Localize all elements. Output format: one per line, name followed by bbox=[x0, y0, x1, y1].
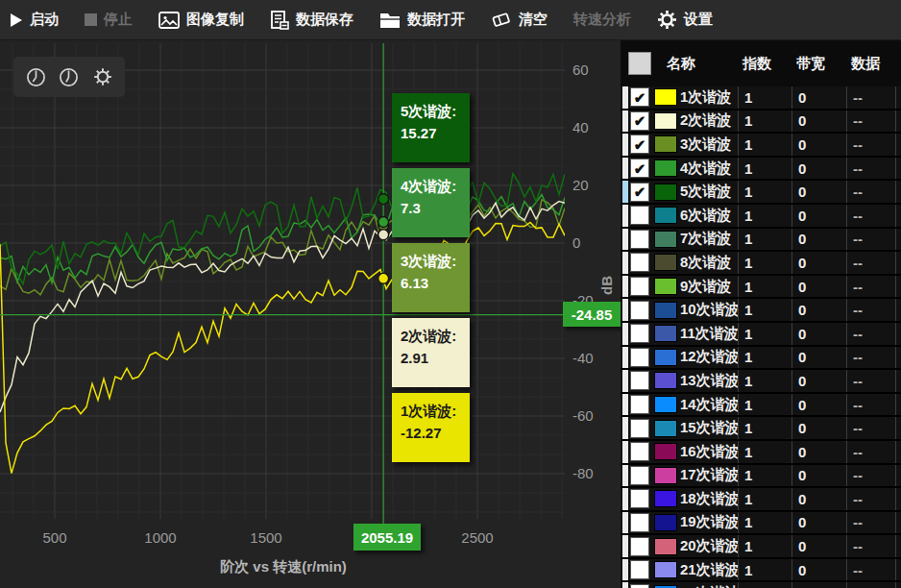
table-row[interactable]: 7次谐波 1 0 -- bbox=[621, 229, 901, 253]
table-row[interactable]: 15次谐波 1 0 -- bbox=[621, 417, 901, 441]
row-index: 1 bbox=[738, 323, 791, 345]
row-scroll-strip[interactable] bbox=[622, 582, 628, 588]
row-checkbox[interactable]: ✔ bbox=[630, 159, 649, 178]
row-name: 2次谐波 bbox=[678, 111, 738, 130]
row-data: -- bbox=[846, 299, 896, 321]
table-row[interactable]: 10次谐波 1 0 -- bbox=[621, 299, 901, 323]
table-row[interactable]: 16次谐波 1 0 -- bbox=[621, 441, 901, 465]
table-row[interactable]: 8次谐波 1 0 -- bbox=[621, 252, 901, 276]
row-index: 1 bbox=[738, 488, 791, 510]
row-scroll-strip[interactable] bbox=[622, 512, 628, 534]
row-checkbox[interactable] bbox=[630, 419, 649, 438]
toolbar-speed-analysis-button[interactable]: 转速分析 bbox=[573, 11, 631, 29]
order-vs-speed-chart[interactable]: 6040200-20-40-60-80500100015002500dB阶次 v… bbox=[0, 40, 621, 588]
row-checkbox[interactable] bbox=[630, 489, 649, 508]
row-scroll-strip[interactable] bbox=[622, 205, 628, 227]
table-row[interactable]: ✔ 4次谐波 1 0 -- bbox=[621, 158, 901, 182]
row-scroll-strip[interactable] bbox=[622, 370, 628, 392]
toolbar-stop-button[interactable]: 停止 bbox=[85, 11, 133, 29]
harmonic-cursor-tool-button[interactable] bbox=[57, 64, 82, 89]
row-checkbox[interactable] bbox=[630, 230, 649, 249]
table-row[interactable]: ✔ 1次谐波 1 0 -- bbox=[621, 86, 901, 110]
harmonic-tooltip: 3次谐波:6.13 bbox=[392, 243, 470, 312]
row-bandwidth: 0 bbox=[791, 394, 846, 416]
row-scroll-strip[interactable] bbox=[622, 181, 628, 203]
table-row[interactable]: 6次谐波 1 0 -- bbox=[621, 205, 901, 229]
select-all-checkbox[interactable] bbox=[628, 52, 651, 75]
row-checkbox[interactable]: ✔ bbox=[630, 183, 649, 202]
row-checkbox[interactable] bbox=[630, 371, 649, 390]
row-checkbox[interactable] bbox=[630, 348, 649, 367]
row-checkbox[interactable] bbox=[630, 277, 649, 296]
row-scroll-strip[interactable] bbox=[622, 559, 628, 581]
table-row[interactable]: 9次谐波 1 0 -- bbox=[621, 276, 901, 300]
row-scroll-strip[interactable] bbox=[622, 299, 628, 321]
row-name: 1次谐波 bbox=[678, 88, 738, 107]
row-name: 3次谐波 bbox=[678, 135, 738, 154]
row-checkbox[interactable] bbox=[630, 206, 649, 225]
chart-toolbar bbox=[13, 57, 125, 97]
row-scroll-strip[interactable] bbox=[622, 488, 628, 510]
row-scroll-strip[interactable] bbox=[622, 252, 628, 274]
row-checkbox[interactable] bbox=[630, 584, 649, 588]
row-scroll-strip[interactable] bbox=[622, 110, 628, 133]
toolbar-settings-button[interactable]: 设置 bbox=[657, 10, 713, 30]
row-checkbox[interactable] bbox=[630, 513, 649, 532]
table-row[interactable]: 13次谐波 1 0 -- bbox=[621, 370, 901, 394]
toolbar-clear-button[interactable]: 清空 bbox=[491, 11, 548, 29]
table-row[interactable]: ✔ 2次谐波 1 0 -- bbox=[621, 110, 901, 135]
row-scroll-strip[interactable] bbox=[622, 394, 628, 416]
tooltip-value: -12.27 bbox=[401, 422, 461, 444]
toolbar-image-copy-button[interactable]: 图像复制 bbox=[158, 11, 244, 29]
row-checkbox[interactable] bbox=[630, 537, 649, 556]
table-row[interactable]: 12次谐波 1 0 -- bbox=[621, 347, 901, 371]
row-checkbox[interactable] bbox=[630, 442, 649, 461]
tooltip-label: 2次谐波: bbox=[401, 325, 461, 347]
series-color-swatch bbox=[654, 207, 677, 224]
row-scroll-strip[interactable] bbox=[622, 465, 628, 487]
row-checkbox[interactable]: ✔ bbox=[630, 87, 649, 107]
row-checkbox[interactable] bbox=[630, 560, 649, 579]
row-checkbox[interactable] bbox=[630, 466, 649, 485]
series-color-swatch bbox=[654, 349, 677, 366]
table-row[interactable]: ✔ 5次谐波 1 0 -- bbox=[621, 181, 901, 205]
toolbar-data-open-button[interactable]: 数据打开 bbox=[379, 11, 465, 29]
table-row[interactable]: ✔ 3次谐波 1 0 -- bbox=[621, 134, 901, 158]
row-scroll-strip[interactable] bbox=[622, 229, 628, 251]
row-checkbox[interactable] bbox=[630, 301, 649, 320]
series-color-swatch bbox=[654, 490, 677, 507]
table-row[interactable]: 22次谐波 1 0 -- bbox=[621, 582, 901, 588]
table-row[interactable]: 14次谐波 1 0 -- bbox=[621, 394, 901, 418]
table-row[interactable]: 21次谐波 1 0 -- bbox=[621, 559, 901, 583]
chart-panel[interactable]: 6040200-20-40-60-80500100015002500dB阶次 v… bbox=[0, 40, 621, 588]
table-row[interactable]: 18次谐波 1 0 -- bbox=[621, 488, 901, 512]
row-checkbox[interactable] bbox=[630, 324, 649, 343]
row-scroll-strip[interactable] bbox=[622, 158, 628, 180]
table-row[interactable]: 19次谐波 1 0 -- bbox=[621, 512, 901, 536]
row-checkbox[interactable]: ✔ bbox=[630, 135, 649, 154]
row-data: -- bbox=[846, 512, 896, 534]
row-checkbox[interactable]: ✔ bbox=[630, 111, 649, 131]
series-color-swatch bbox=[654, 420, 677, 437]
row-scroll-strip[interactable] bbox=[622, 276, 628, 298]
table-row[interactable]: 11次谐波 1 0 -- bbox=[621, 323, 901, 347]
row-name: 21次谐波 bbox=[678, 561, 738, 579]
row-name: 18次谐波 bbox=[678, 490, 738, 508]
cursor-tool-button[interactable] bbox=[23, 64, 48, 89]
row-scroll-strip[interactable] bbox=[622, 134, 628, 156]
row-scroll-strip[interactable] bbox=[622, 347, 628, 369]
row-checkbox[interactable] bbox=[630, 395, 649, 414]
toolbar-settings-label: 设置 bbox=[684, 11, 713, 29]
row-scroll-strip[interactable] bbox=[622, 535, 628, 557]
row-scroll-strip[interactable] bbox=[622, 417, 628, 439]
row-data: -- bbox=[846, 181, 896, 203]
row-checkbox[interactable] bbox=[630, 253, 649, 272]
table-row[interactable]: 17次谐波 1 0 -- bbox=[621, 465, 901, 489]
table-row[interactable]: 20次谐波 1 0 -- bbox=[621, 535, 901, 559]
toolbar-data-save-button[interactable]: 数据保存 bbox=[270, 11, 353, 30]
row-scroll-strip[interactable] bbox=[622, 441, 628, 463]
toolbar-start-button[interactable]: 启动 bbox=[10, 11, 59, 29]
chart-settings-button[interactable] bbox=[90, 64, 115, 89]
row-scroll-strip[interactable] bbox=[622, 86, 628, 109]
row-scroll-strip[interactable] bbox=[622, 323, 628, 345]
